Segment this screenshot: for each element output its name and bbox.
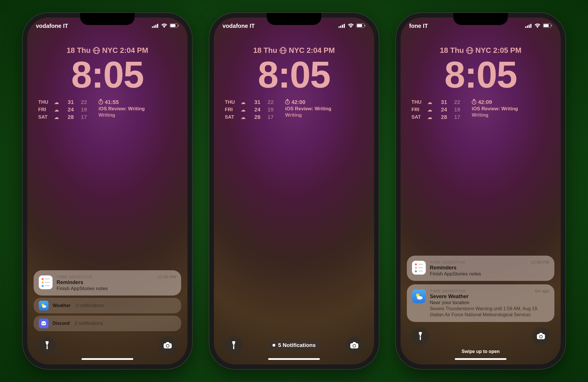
svg-rect-26 xyxy=(525,26,526,28)
svg-rect-18 xyxy=(344,24,345,28)
svg-rect-21 xyxy=(365,25,365,26)
discord-app-icon xyxy=(39,319,49,328)
lock-screen-clock: 8:05 xyxy=(214,56,374,93)
widgets-row[interactable]: THU☁︎3122 FRI☁︎2419 SAT☁︎2817 42:00 iOS … xyxy=(214,93,374,120)
notification-title: Severe Weather xyxy=(430,294,549,300)
svg-rect-0 xyxy=(152,26,153,28)
notification-group-weather[interactable]: Weather 2 notifications xyxy=(34,298,181,313)
timer-widget[interactable]: 42:09 iOS Review: Writing Writing xyxy=(472,99,518,120)
notch xyxy=(453,13,508,25)
widgets-row[interactable]: THU☁︎3122 FRI☁︎2419 SAT☁︎2817 41:55 iOS … xyxy=(27,93,187,120)
svg-rect-5 xyxy=(170,24,175,27)
reminders-app-icon xyxy=(39,275,53,289)
svg-rect-17 xyxy=(342,25,343,28)
weather-icon: ☁︎ xyxy=(428,107,434,113)
lock-screen[interactable]: fone IT 18 Thu NYC 2:05 PM 8:05 THU☁︎312… xyxy=(401,18,561,364)
stopwatch-icon xyxy=(98,100,103,105)
notification-subtitle: Near your location xyxy=(430,300,549,306)
phone-frame-2: vodafone IT 18 Thu NYC 2:04 PM 8:05 THU☁… xyxy=(209,13,379,369)
weather-icon: ☁︎ xyxy=(54,107,61,113)
battery-icon xyxy=(356,23,365,29)
notification-body: Finish AppStories notes xyxy=(57,286,176,292)
time-sensitive-tag: TIME SENSITIVE xyxy=(57,274,92,279)
notification-body: Finish AppStories notes xyxy=(430,271,549,277)
timer-widget[interactable]: 41:55 iOS Review: Writing Writing xyxy=(98,99,145,120)
lock-screen-clock: 8:05 xyxy=(401,56,561,93)
weather-icon: ☁︎ xyxy=(54,115,61,120)
camera-button[interactable] xyxy=(159,336,177,354)
svg-point-38 xyxy=(540,335,542,338)
svg-point-8 xyxy=(42,305,46,308)
widgets-row[interactable]: THU☁︎3122 FRI☁︎2419 SAT☁︎2817 42:09 iOS … xyxy=(401,93,561,120)
stopwatch-icon xyxy=(472,100,476,105)
time-sensitive-tag: TIME SENSITIVE xyxy=(430,288,466,293)
notification-time: 5m ago xyxy=(535,288,549,293)
flashlight-button[interactable] xyxy=(411,327,429,345)
svg-point-34 xyxy=(417,296,423,300)
svg-rect-1 xyxy=(154,26,155,28)
stopwatch-icon xyxy=(285,100,290,105)
lock-screen-clock: 8:05 xyxy=(27,56,187,93)
svg-rect-16 xyxy=(340,26,341,28)
notch xyxy=(80,13,135,25)
battery-icon xyxy=(170,23,179,29)
notification-reminders[interactable]: TIME SENSITIVE 12:00 PM Reminders Finish… xyxy=(407,256,554,281)
weather-forecast-widget[interactable]: THU☁︎3122 FRI☁︎2419 SAT☁︎2817 xyxy=(411,99,460,120)
notification-reminders[interactable]: TIME SENSITIVE 12:00 PM Reminders Finish… xyxy=(34,270,181,296)
notification-time: 12:00 PM xyxy=(158,274,176,279)
phone-frame-1: vodafone IT 18 Thu NYC 2:04 PM 8:05 THU☁… xyxy=(23,13,192,369)
svg-rect-11 xyxy=(47,345,47,346)
svg-point-14 xyxy=(167,345,169,347)
flashlight-button[interactable] xyxy=(225,336,243,354)
weather-app-icon xyxy=(39,301,49,310)
home-indicator[interactable] xyxy=(455,358,506,360)
lock-screen[interactable]: vodafone IT 18 Thu NYC 2:04 PM 8:05 THU☁… xyxy=(214,18,374,364)
timer-widget[interactable]: 42:00 iOS Review: Writing Writing xyxy=(285,99,331,120)
svg-rect-27 xyxy=(527,26,528,28)
camera-button[interactable] xyxy=(532,327,550,345)
home-indicator[interactable] xyxy=(82,358,133,360)
wifi-icon xyxy=(348,23,354,29)
signal-icon xyxy=(525,23,532,29)
svg-rect-6 xyxy=(178,25,179,26)
svg-rect-3 xyxy=(157,24,158,28)
lock-screen[interactable]: vodafone IT 18 Thu NYC 2:04 PM 8:05 THU☁… xyxy=(27,18,187,364)
signal-icon xyxy=(339,23,345,29)
svg-rect-29 xyxy=(530,24,531,28)
weather-icon: ☁︎ xyxy=(241,100,247,105)
battery-icon xyxy=(543,23,552,29)
globe-icon xyxy=(280,47,287,54)
notch xyxy=(267,13,321,25)
swipe-up-hint: Swipe up to open xyxy=(406,349,555,354)
reminders-app-icon xyxy=(412,261,426,275)
notification-count-pill[interactable]: 5 Notifications xyxy=(266,339,322,351)
notification-severe-weather[interactable]: TIME SENSITIVE 5m ago Severe Weather Nea… xyxy=(407,284,554,322)
svg-point-25 xyxy=(353,345,355,347)
weather-icon: ☁︎ xyxy=(428,115,434,120)
notification-body: Severe Thunderstorm Warning until 1:59 A… xyxy=(430,306,549,318)
weather-forecast-widget[interactable]: THU☁︎3122 FRI☁︎2419 SAT☁︎2817 xyxy=(38,99,87,120)
svg-rect-20 xyxy=(357,24,362,27)
svg-rect-35 xyxy=(420,336,421,337)
notification-time: 12:00 PM xyxy=(531,260,549,265)
time-sensitive-tag: TIME SENSITIVE xyxy=(430,260,466,265)
svg-rect-22 xyxy=(233,345,234,346)
notification-title: Reminders xyxy=(430,265,549,271)
weather-app-icon xyxy=(412,290,426,303)
camera-button[interactable] xyxy=(345,336,363,354)
weather-icon: ☁︎ xyxy=(241,107,247,113)
svg-rect-28 xyxy=(529,25,530,28)
wifi-icon xyxy=(161,23,167,29)
home-indicator[interactable] xyxy=(268,358,320,360)
svg-point-10 xyxy=(44,323,45,324)
flashlight-button[interactable] xyxy=(38,336,56,354)
globe-icon xyxy=(466,47,473,54)
notification-group-discord[interactable]: Discord 2 notifications xyxy=(34,316,181,331)
notification-title: Reminders xyxy=(57,279,176,285)
svg-point-9 xyxy=(42,323,43,324)
weather-forecast-widget[interactable]: THU☁︎3122 FRI☁︎2419 SAT☁︎2817 xyxy=(225,99,274,120)
weather-icon: ☁︎ xyxy=(428,100,434,105)
svg-rect-31 xyxy=(543,24,549,27)
wifi-icon xyxy=(534,23,541,29)
signal-icon xyxy=(152,23,159,29)
